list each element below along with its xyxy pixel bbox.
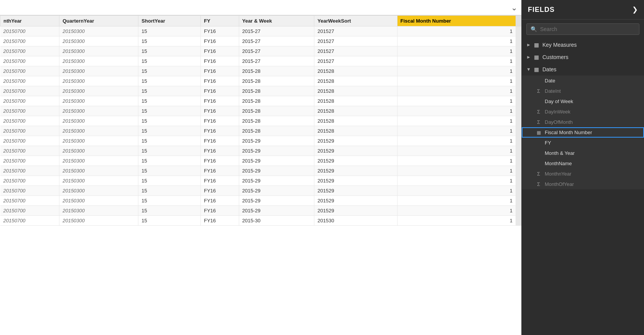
- cell-monthnYear: 20150700: [0, 126, 59, 136]
- cell-yearWeek: 2015-27: [239, 56, 314, 66]
- group-dates[interactable]: ▼ ▦ Dates: [522, 63, 644, 76]
- cell-quarternYear: 20150300: [59, 136, 138, 146]
- cell-monthnYear: 20150700: [0, 206, 59, 216]
- cell-yearWeek: 2015-29: [239, 166, 314, 176]
- scrollbar-cell: [516, 96, 521, 106]
- cell-quarternYear: 20150300: [59, 186, 138, 196]
- field-month-and-year[interactable]: Month & Year: [522, 148, 644, 158]
- column-header-shortYear[interactable]: ShortYear: [138, 16, 201, 26]
- table-row: 201507002015030015FY162015-302015301: [0, 216, 521, 226]
- field-monthname[interactable]: MonthName: [522, 158, 644, 169]
- cell-monthnYear: 20150700: [0, 216, 59, 226]
- fields-expand-icon[interactable]: ❯: [632, 5, 638, 14]
- column-header-quarternYear[interactable]: QuarternYear: [59, 16, 138, 26]
- field-dayinweek[interactable]: Σ DayInWeek: [522, 107, 644, 117]
- cell-yearWeek: 2015-28: [239, 76, 314, 86]
- field-fiscal-month-number[interactable]: ▦ Fiscal Month Number: [522, 127, 644, 138]
- cell-fy: FY16: [200, 96, 239, 106]
- scrollbar-cell: [516, 76, 521, 86]
- fields-panel: FIELDS ❯ 🔍 ► ▦ Key Measures ► ▦ Customer…: [521, 0, 644, 335]
- cell-yearWeekSort: 201528: [314, 96, 397, 106]
- fy-field-label: FY: [545, 140, 551, 146]
- cell-quarternYear: 20150300: [59, 116, 138, 126]
- search-box[interactable]: 🔍: [526, 23, 639, 35]
- cell-yearWeekSort: 201529: [314, 146, 397, 156]
- cell-yearWeek: 2015-27: [239, 46, 314, 56]
- chevron-down-icon[interactable]: ⌄: [511, 3, 518, 12]
- cell-yearWeek: 2015-29: [239, 156, 314, 166]
- cell-fiscalMonthNumber: 1: [397, 206, 516, 216]
- column-header-yearWeek[interactable]: Year & Week: [239, 16, 314, 26]
- cell-quarternYear: 20150300: [59, 66, 138, 76]
- field-dateint[interactable]: Σ DateInt: [522, 86, 644, 96]
- group-key-measures[interactable]: ► ▦ Key Measures: [522, 39, 644, 51]
- scrollbar-cell: [516, 86, 521, 96]
- field-day-of-week[interactable]: Day of Week: [522, 96, 644, 107]
- table-row: 201507002015030015FY162015-292015291: [0, 156, 521, 166]
- cell-shortYear: 15: [138, 156, 201, 166]
- cell-fy: FY16: [200, 136, 239, 146]
- cell-yearWeek: 2015-27: [239, 26, 314, 36]
- cell-shortYear: 15: [138, 36, 201, 46]
- cell-shortYear: 15: [138, 76, 201, 86]
- cell-quarternYear: 20150300: [59, 26, 138, 36]
- cell-yearWeekSort: 201527: [314, 26, 397, 36]
- table-row: 201507002015030015FY162015-292015291: [0, 206, 521, 216]
- cell-fy: FY16: [200, 86, 239, 96]
- table-header-row: nthYearQuarternYearShortYearFYYear & Wee…: [0, 16, 521, 26]
- table-row: 201507002015030015FY162015-272015271: [0, 36, 521, 46]
- dateint-field-label: DateInt: [545, 88, 561, 94]
- field-fy[interactable]: FY: [522, 138, 644, 148]
- column-header-fy[interactable]: FY: [200, 16, 239, 26]
- group-customers[interactable]: ► ▦ Customers: [522, 51, 644, 63]
- cell-yearWeekSort: 201527: [314, 56, 397, 66]
- column-header-fiscalMonthNumber[interactable]: Fiscal Month Number: [397, 16, 516, 26]
- cell-shortYear: 15: [138, 176, 201, 186]
- cell-fy: FY16: [200, 46, 239, 56]
- cell-monthnYear: 20150700: [0, 176, 59, 186]
- monthname-field-label: MonthName: [545, 161, 572, 166]
- customers-label: Customers: [542, 54, 568, 60]
- table-row: 201507002015030015FY162015-282015281: [0, 76, 521, 86]
- cell-quarternYear: 20150300: [59, 206, 138, 216]
- field-date[interactable]: Date: [522, 76, 644, 86]
- fiscal-month-number-field-icon: ▦: [536, 130, 542, 135]
- column-header-yearWeekSort[interactable]: YearWeekSort: [314, 16, 397, 26]
- table-row: 201507002015030015FY162015-282015281: [0, 66, 521, 76]
- cell-fy: FY16: [200, 206, 239, 216]
- scrollbar-header: [516, 16, 521, 26]
- cell-quarternYear: 20150300: [59, 196, 138, 206]
- field-monthnYear[interactable]: Σ MonthnYear: [522, 169, 644, 179]
- cell-fiscalMonthNumber: 1: [397, 216, 516, 226]
- cell-yearWeekSort: 201527: [314, 36, 397, 46]
- table-row: 201507002015030015FY162015-292015291: [0, 196, 521, 206]
- cell-fy: FY16: [200, 146, 239, 156]
- customers-icon: ▦: [533, 54, 539, 60]
- field-dayofmonth[interactable]: Σ DayOfMonth: [522, 117, 644, 127]
- dayofmonth-field-icon: Σ: [536, 119, 542, 125]
- scrollbar-cell: [516, 126, 521, 136]
- top-bar: ⌄: [0, 0, 521, 15]
- cell-monthnYear: 20150700: [0, 196, 59, 206]
- customers-expand-arrow: ►: [526, 54, 531, 60]
- cell-shortYear: 15: [138, 136, 201, 146]
- monthnYear-field-icon: Σ: [536, 171, 542, 177]
- cell-shortYear: 15: [138, 146, 201, 156]
- scrollbar-cell: [516, 196, 521, 206]
- column-header-monthnYear[interactable]: nthYear: [0, 16, 59, 26]
- cell-yearWeekSort: 201529: [314, 196, 397, 206]
- cell-shortYear: 15: [138, 56, 201, 66]
- cell-fiscalMonthNumber: 1: [397, 166, 516, 176]
- cell-monthnYear: 20150700: [0, 106, 59, 116]
- field-monthofyear[interactable]: Σ MonthOfYear: [522, 179, 644, 189]
- cell-yearWeek: 2015-29: [239, 146, 314, 156]
- fields-list: ► ▦ Key Measures ► ▦ Customers ▼ ▦ Dates…: [522, 39, 644, 335]
- table-area: ⌄ nthYearQuarternYearShortYearFYYear & W…: [0, 0, 521, 335]
- scrollbar-cell: [516, 216, 521, 226]
- cell-fy: FY16: [200, 66, 239, 76]
- cell-shortYear: 15: [138, 86, 201, 96]
- search-input[interactable]: [540, 26, 635, 32]
- cell-fiscalMonthNumber: 1: [397, 156, 516, 166]
- key-measures-icon: ▦: [533, 42, 539, 48]
- cell-monthnYear: 20150700: [0, 26, 59, 36]
